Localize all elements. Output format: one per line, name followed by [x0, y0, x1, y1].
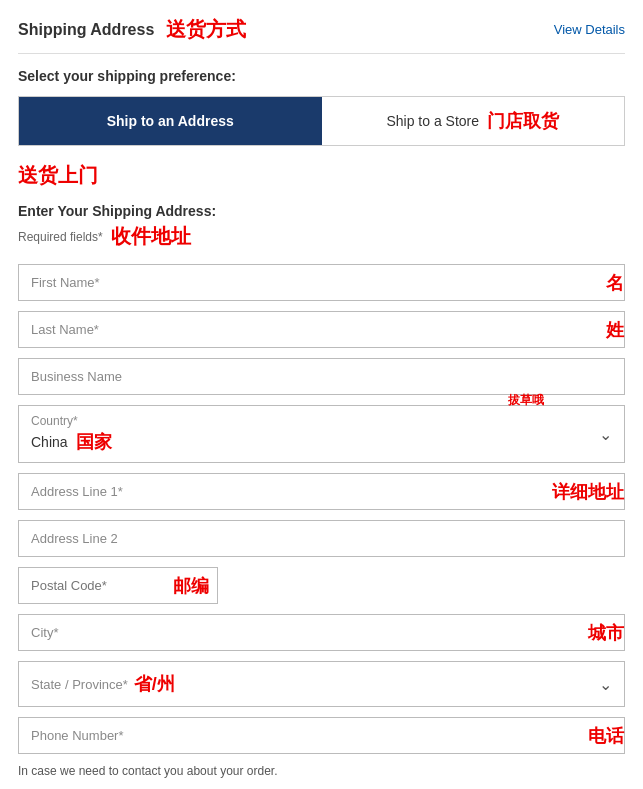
- state-group: State / Province* 省/州 ⌄: [18, 661, 625, 707]
- city-chinese: 城市: [588, 621, 624, 645]
- phone-group: 电话: [18, 717, 625, 754]
- ship-to-store-button[interactable]: Ship to a Store 门店取货: [322, 97, 625, 145]
- business-name-input[interactable]: [18, 358, 625, 395]
- city-input[interactable]: [19, 615, 582, 650]
- address2-group: [18, 520, 625, 557]
- subtitle-chinese: 送货上门: [18, 162, 625, 189]
- ship-to-address-button[interactable]: Ship to an Address: [19, 97, 322, 145]
- last-name-input[interactable]: [19, 312, 600, 347]
- subtitle-block: 送货上门: [18, 162, 625, 189]
- required-fields-label: Required fields*: [18, 230, 103, 244]
- postal-code-input[interactable]: [19, 568, 167, 603]
- header: Shipping Address 送货方式 View Details: [18, 16, 625, 54]
- page-title: Shipping Address: [18, 21, 154, 39]
- last-name-group: 姓: [18, 311, 625, 348]
- first-name-input[interactable]: [19, 265, 600, 300]
- phone-note: In case we need to contact you about you…: [18, 764, 625, 778]
- shipping-pref-label: Select your shipping preference:: [18, 68, 625, 84]
- postal-row: 邮编: [18, 567, 625, 604]
- country-select-group: Country* China 国家 拔草哦 China ⌄: [18, 405, 625, 463]
- first-name-chinese: 名: [606, 271, 624, 295]
- address1-chinese: 详细地址: [552, 480, 624, 504]
- address1-input[interactable]: [19, 474, 546, 509]
- required-fields-note: Required fields* 收件地址: [18, 223, 625, 250]
- phone-input[interactable]: [19, 718, 582, 753]
- header-chinese-title: 送货方式: [166, 16, 246, 43]
- header-left: Shipping Address 送货方式: [18, 16, 246, 43]
- country-group: Country* China 国家 拔草哦 China ⌄: [18, 405, 625, 463]
- address2-input[interactable]: [18, 520, 625, 557]
- state-select-group: State / Province* 省/州 ⌄: [18, 661, 625, 707]
- city-group: 城市: [18, 614, 625, 651]
- view-details-link[interactable]: View Details: [554, 22, 625, 37]
- business-name-group: [18, 358, 625, 395]
- phone-chinese: 电话: [588, 724, 624, 748]
- ship-options: Ship to an Address Ship to a Store 门店取货: [18, 96, 625, 146]
- form-section-label: Enter Your Shipping Address:: [18, 203, 625, 219]
- ship-to-store-label: Ship to a Store: [386, 113, 479, 129]
- ship-to-store-chinese: 门店取货: [487, 109, 559, 133]
- address1-group: 详细地址: [18, 473, 625, 510]
- first-name-group: 名: [18, 264, 625, 301]
- postal-chinese: 邮编: [173, 574, 217, 598]
- last-name-chinese: 姓: [606, 318, 624, 342]
- required-fields-chinese: 收件地址: [111, 223, 191, 250]
